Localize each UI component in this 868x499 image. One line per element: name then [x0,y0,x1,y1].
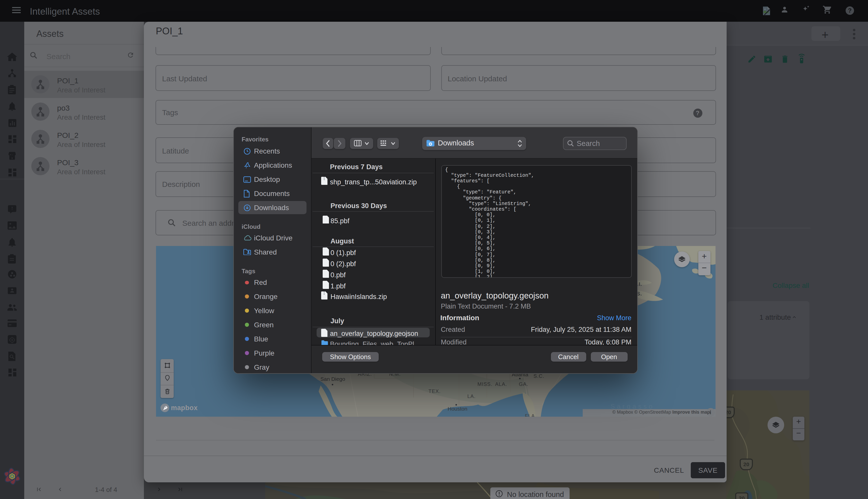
svg-text:?: ? [848,7,852,14]
